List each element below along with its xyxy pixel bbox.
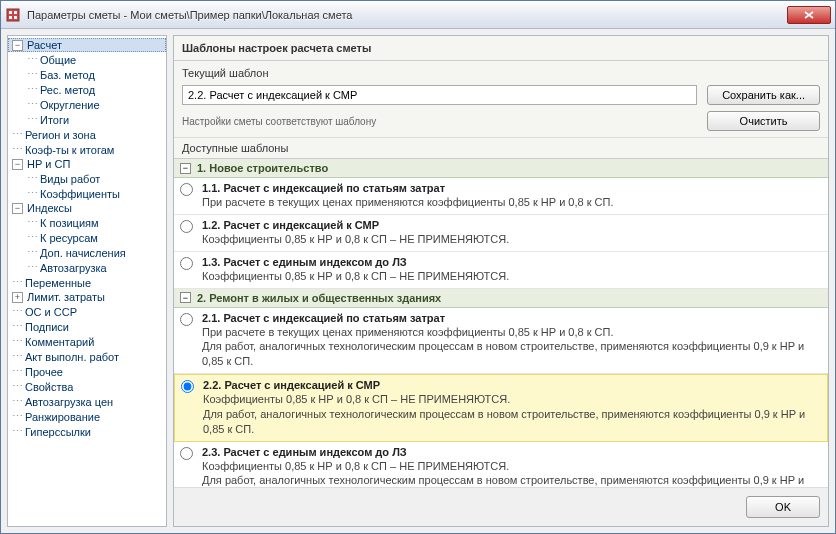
tree-item[interactable]: −НР и СП: [8, 157, 166, 171]
template-radio[interactable]: [180, 313, 193, 326]
tree-branch-icon: ⋯: [27, 53, 37, 66]
template-radio[interactable]: [180, 447, 193, 460]
tree-item[interactable]: ⋯Свойства: [8, 379, 166, 394]
tree-branch-icon: ⋯: [27, 172, 37, 185]
tree-item[interactable]: ⋯Итоги: [8, 112, 166, 127]
tree-item[interactable]: ⋯Автозагрузка цен: [8, 394, 166, 409]
tree-item-label: Автозагрузка цен: [25, 396, 113, 408]
tree-branch-icon: ⋯: [12, 425, 22, 438]
template-row[interactable]: 1.3. Расчет с единым индексом до ЛЗКоэфф…: [174, 252, 828, 289]
tree-item[interactable]: ⋯Комментарий: [8, 334, 166, 349]
tree-item[interactable]: ⋯Подписи: [8, 319, 166, 334]
collapse-icon[interactable]: −: [180, 292, 191, 303]
tree-branch-icon: ⋯: [27, 68, 37, 81]
tree-branch-icon: ⋯: [12, 305, 22, 318]
tree-branch-icon: ⋯: [27, 261, 37, 274]
tree-item[interactable]: −Индексы: [8, 201, 166, 215]
template-group-header[interactable]: −2. Ремонт в жилых и общественных здания…: [174, 289, 828, 308]
clear-button[interactable]: Очистить: [707, 111, 820, 131]
tree-item[interactable]: ⋯Гиперссылки: [8, 424, 166, 439]
tree-item[interactable]: ⋯Прочее: [8, 364, 166, 379]
tree-item[interactable]: ⋯Общие: [8, 52, 166, 67]
tree-item-label: Переменные: [25, 277, 91, 289]
tree-branch-icon: ⋯: [12, 143, 22, 156]
tree-item[interactable]: ⋯К позициям: [8, 215, 166, 230]
tree-item-label: Комментарий: [25, 336, 94, 348]
tree-branch-icon: ⋯: [27, 113, 37, 126]
tree-item[interactable]: ⋯Акт выполн. работ: [8, 349, 166, 364]
tree-item[interactable]: −Расчет: [8, 38, 166, 52]
tree-item[interactable]: ⋯ОС и ССР: [8, 304, 166, 319]
tree-item[interactable]: ⋯К ресурсам: [8, 230, 166, 245]
template-title: 1.2. Расчет с индексацией к СМР: [202, 219, 822, 231]
group-title: 2. Ремонт в жилых и общественных зданиях: [197, 292, 441, 304]
template-row[interactable]: 2.1. Расчет с индексацией по статьям зат…: [174, 308, 828, 375]
template-desc: При расчете в текущих ценах применяются …: [202, 195, 822, 210]
tree-branch-icon: ⋯: [27, 231, 37, 244]
template-row[interactable]: 1.1. Расчет с индексацией по статьям зат…: [174, 178, 828, 215]
template-row[interactable]: 1.2. Расчет с индексацией к СМРКоэффицие…: [174, 215, 828, 252]
expand-icon[interactable]: +: [12, 292, 23, 303]
template-row[interactable]: 2.2. Расчет с индексацией к СМРКоэффицие…: [174, 374, 828, 442]
tree-item-label: Гиперссылки: [25, 426, 91, 438]
tree-branch-icon: ⋯: [27, 98, 37, 111]
tree-branch-icon: ⋯: [12, 380, 22, 393]
tree-item-label: К позициям: [40, 217, 99, 229]
tree-branch-icon: ⋯: [12, 365, 22, 378]
template-group-header[interactable]: −1. Новое строительство: [174, 159, 828, 178]
tree-item[interactable]: ⋯Баз. метод: [8, 67, 166, 82]
tree-item[interactable]: ⋯Ранжирование: [8, 409, 166, 424]
tree-branch-icon: ⋯: [27, 216, 37, 229]
close-button[interactable]: [787, 6, 831, 24]
ok-button[interactable]: OK: [746, 496, 820, 518]
tree-item[interactable]: ⋯Автозагрузка: [8, 260, 166, 275]
dialog-window: Параметры сметы - Мои сметы\Пример папки…: [0, 0, 836, 534]
template-desc: Коэффициенты 0,85 к НР и 0,8 к СП – НЕ П…: [203, 392, 821, 437]
collapse-icon[interactable]: −: [12, 159, 23, 170]
tree-item[interactable]: +Лимит. затраты: [8, 290, 166, 304]
current-template-label: Текущий шаблон: [182, 67, 697, 79]
template-row[interactable]: 2.3. Расчет с единым индексом до ЛЗКоэфф…: [174, 442, 828, 487]
nav-tree[interactable]: −Расчет⋯Общие⋯Баз. метод⋯Рес. метод⋯Окру…: [7, 35, 167, 527]
template-radio[interactable]: [180, 220, 193, 233]
template-desc: Коэффициенты 0,85 к НР и 0,8 к СП – НЕ П…: [202, 459, 822, 487]
template-radio[interactable]: [180, 183, 193, 196]
tree-item-label: Регион и зона: [25, 129, 96, 141]
tree-item[interactable]: ⋯Рес. метод: [8, 82, 166, 97]
tree-item-label: Расчет: [27, 39, 62, 51]
tree-item[interactable]: ⋯Коэффициенты: [8, 186, 166, 201]
tree-item-label: ОС и ССР: [25, 306, 77, 318]
current-template-bar: Текущий шаблон Сохранить как... Настройк…: [174, 61, 828, 138]
tree-item-label: Коэффициенты: [40, 188, 120, 200]
template-title: 1.3. Расчет с единым индексом до ЛЗ: [202, 256, 822, 268]
tree-item[interactable]: ⋯Виды работ: [8, 171, 166, 186]
tree-branch-icon: ⋯: [27, 246, 37, 259]
save-as-button[interactable]: Сохранить как...: [707, 85, 820, 105]
tree-item-label: Лимит. затраты: [27, 291, 105, 303]
template-title: 1.1. Расчет с индексацией по статьям зат…: [202, 182, 822, 194]
svg-rect-4: [14, 16, 17, 19]
tree-item[interactable]: ⋯Переменные: [8, 275, 166, 290]
collapse-icon[interactable]: −: [12, 40, 23, 51]
tree-item[interactable]: ⋯Коэф-ты к итогам: [8, 142, 166, 157]
tree-item-label: Свойства: [25, 381, 73, 393]
content-pane: Шаблоны настроек расчета сметы Текущий ш…: [173, 35, 829, 527]
templates-list[interactable]: −1. Новое строительство1.1. Расчет с инд…: [174, 158, 828, 487]
template-radio[interactable]: [180, 257, 193, 270]
current-template-input[interactable]: [182, 85, 697, 105]
collapse-icon[interactable]: −: [180, 163, 191, 174]
tree-branch-icon: ⋯: [12, 410, 22, 423]
tree-item-label: Итоги: [40, 114, 69, 126]
tree-item[interactable]: ⋯Регион и зона: [8, 127, 166, 142]
tree-item-label: К ресурсам: [40, 232, 98, 244]
tree-branch-icon: ⋯: [12, 335, 22, 348]
svg-rect-3: [9, 16, 12, 19]
template-radio[interactable]: [181, 380, 194, 393]
tree-item[interactable]: ⋯Доп. начисления: [8, 245, 166, 260]
collapse-icon[interactable]: −: [12, 203, 23, 214]
tree-branch-icon: ⋯: [12, 128, 22, 141]
tree-item-label: Коэф-ты к итогам: [25, 144, 114, 156]
tree-item-label: Ранжирование: [25, 411, 100, 423]
tree-item[interactable]: ⋯Округление: [8, 97, 166, 112]
template-status: Настройки сметы соответствуют шаблону: [182, 116, 697, 127]
